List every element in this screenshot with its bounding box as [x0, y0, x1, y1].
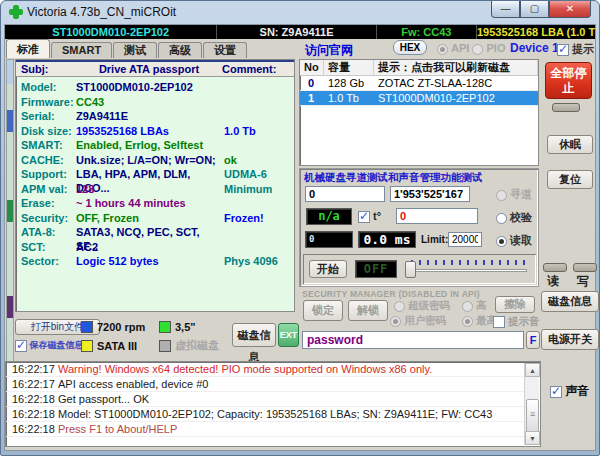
- temp-checkbox-group: t°: [358, 210, 381, 223]
- highest-radio[interactable]: [462, 316, 473, 327]
- legend-label: SATA III: [97, 340, 137, 352]
- passport-row-label: CACHE:: [16, 153, 76, 168]
- disk-info-button[interactable]: 磁盘信息: [232, 323, 276, 347]
- passport-row-label: Model:: [16, 80, 76, 95]
- info-capacity: 1953525168 LBA (1.0 Tb): [477, 25, 595, 39]
- scroll-up-icon[interactable]: ▲: [525, 363, 540, 377]
- hint-checkbox[interactable]: [557, 44, 569, 56]
- passport-row-label: Firmware:: [16, 95, 76, 110]
- legend-color-swatch: [81, 321, 93, 333]
- end-lba-input[interactable]: [390, 186, 470, 202]
- user-password-radio[interactable]: [390, 316, 401, 327]
- drive-legend: 7200 rpm 3,5" SATA III 虚拟磁盘: [81, 317, 226, 357]
- f-button[interactable]: F: [526, 331, 540, 349]
- tab[interactable]: 测试: [113, 42, 157, 58]
- disk-info-side-button[interactable]: 磁盘信息: [541, 291, 599, 312]
- passport-row-label: Disk size:: [16, 124, 76, 139]
- log-message: API access enabled, device #0: [58, 377, 540, 391]
- sleep-button[interactable]: 休眠: [547, 135, 593, 154]
- passport-row: Disk size: 1953525168 LBAs 1.0 Tb: [16, 124, 294, 139]
- drive-list-header[interactable]: No 容量 提示：点击我可以刷新磁盘: [300, 60, 538, 76]
- strip-segment: [7, 200, 13, 222]
- legend-color-swatch: [159, 340, 171, 352]
- slider-thumb[interactable]: [405, 261, 416, 278]
- passport-row-label: Sector:: [16, 254, 76, 269]
- power-switch-button[interactable]: 电源开关: [541, 329, 599, 350]
- verify-radio[interactable]: [496, 213, 507, 224]
- slider-track: [409, 269, 527, 272]
- temp-checkbox-label: t°: [373, 210, 381, 222]
- passport-row-comment: Phys 4096: [224, 254, 294, 269]
- unlock-button[interactable]: 解锁: [348, 300, 388, 321]
- scrollbar-thumb[interactable]: [526, 399, 539, 433]
- passport-row: SCT: AC2: [16, 240, 294, 255]
- app-icon: [9, 5, 23, 19]
- passport-row-value: 1953525168 LBAs: [76, 124, 224, 139]
- tab[interactable]: SMART: [51, 42, 112, 58]
- official-site-link[interactable]: 访问官网: [305, 42, 353, 59]
- security-title: SECURITY MANAGER (DISABLED IN API): [302, 289, 480, 299]
- maximize-button[interactable]: ▢: [520, 1, 549, 18]
- read-radio[interactable]: [496, 236, 507, 247]
- passport-header-comment: Comment:: [222, 62, 294, 77]
- log-panel: 16:22:17 Warning! Windows x64 detected! …: [5, 361, 541, 447]
- log-message: Warning! Windows x64 detected! PIO mode …: [58, 362, 540, 376]
- hex-button[interactable]: HEX: [393, 40, 427, 55]
- legend-label: 虚拟磁盘: [175, 338, 219, 353]
- passport-row-comment: [224, 196, 294, 211]
- drive-no: 1: [300, 91, 324, 105]
- passport-row-comment: [224, 240, 294, 255]
- log-message: Model: ST1000DM010-2EP102; Capacity: 195…: [58, 407, 540, 421]
- sound-checkbox[interactable]: [550, 386, 562, 398]
- ext-button[interactable]: EXT: [278, 323, 299, 347]
- legend-color-swatch: [159, 321, 171, 333]
- verify-radio-group: 校验: [496, 210, 532, 225]
- access-time-display: 0.0 ms: [358, 231, 416, 248]
- minimize-button[interactable]: —: [491, 1, 520, 18]
- high-radio[interactable]: [462, 301, 473, 312]
- super-password-group: 超级密码: [394, 299, 450, 313]
- slider-ticks: [411, 260, 527, 265]
- tab[interactable]: 标准: [6, 39, 50, 58]
- drive-row[interactable]: 1 1.0 Tb ST1000DM010-2EP102: [300, 91, 538, 106]
- passport-row-label: Erase:: [16, 196, 76, 211]
- tab[interactable]: 高级: [158, 42, 202, 58]
- passport-row-value: Enabled, Errlog, Selftest: [76, 138, 224, 153]
- close-button[interactable]: ✕: [549, 1, 591, 18]
- speed-slider[interactable]: [403, 258, 529, 280]
- super-password-radio[interactable]: [394, 301, 405, 312]
- lock-button[interactable]: 锁定: [303, 300, 343, 321]
- busy-indicator: [552, 103, 580, 112]
- start-lba-input[interactable]: [305, 186, 385, 202]
- passport-row-value: Logic 512 bytes: [76, 254, 224, 269]
- erase-button[interactable]: 擦除: [495, 296, 535, 313]
- title-bar[interactable]: Victoria 4.73b_CN_miCROit — ▢ ✕: [1, 1, 599, 24]
- log-time: 16:22:18: [6, 407, 58, 421]
- api-radio[interactable]: [437, 44, 448, 55]
- reset-button[interactable]: 复位: [547, 170, 593, 189]
- save-info-checkbox[interactable]: [15, 340, 27, 352]
- scroll-down-icon[interactable]: ▼: [525, 431, 540, 445]
- seek-radio[interactable]: [496, 190, 507, 201]
- log-scrollbar[interactable]: ▲ ▼: [524, 363, 539, 445]
- limit-input[interactable]: [448, 232, 482, 247]
- log-entries: 16:22:17 Warning! Windows x64 detected! …: [6, 362, 540, 437]
- drive-row[interactable]: 0 128 Gb ZOTAC ZT-SLAA-128C: [300, 76, 538, 91]
- temp-checkbox[interactable]: [358, 211, 370, 223]
- beep-label: 提示音: [508, 315, 540, 327]
- log-message: Press F1 to About/HELP: [58, 422, 540, 436]
- beep-checkbox[interactable]: [493, 316, 505, 328]
- passport-row-label: Serial:: [16, 109, 76, 124]
- temperature-display: n/a: [306, 208, 352, 225]
- start-button[interactable]: 开始: [309, 260, 347, 278]
- stop-all-button[interactable]: 全部停止: [545, 62, 592, 99]
- pio-radio[interactable]: [472, 44, 483, 55]
- tab[interactable]: 设置: [203, 42, 247, 58]
- password-input[interactable]: [302, 331, 524, 349]
- seek-test-panel: 机械硬盘寻道测试和声音管理功能测试 寻道 n/a t° 校验 0 0.0 ms …: [299, 168, 539, 287]
- log-row: 16:22:17 API access enabled, device #0: [6, 377, 540, 392]
- passport-row-comment: ok: [224, 153, 294, 168]
- passport-row-comment: [224, 95, 294, 110]
- hint-checkbox-group: 提示: [557, 42, 594, 57]
- error-count-input[interactable]: [396, 208, 478, 224]
